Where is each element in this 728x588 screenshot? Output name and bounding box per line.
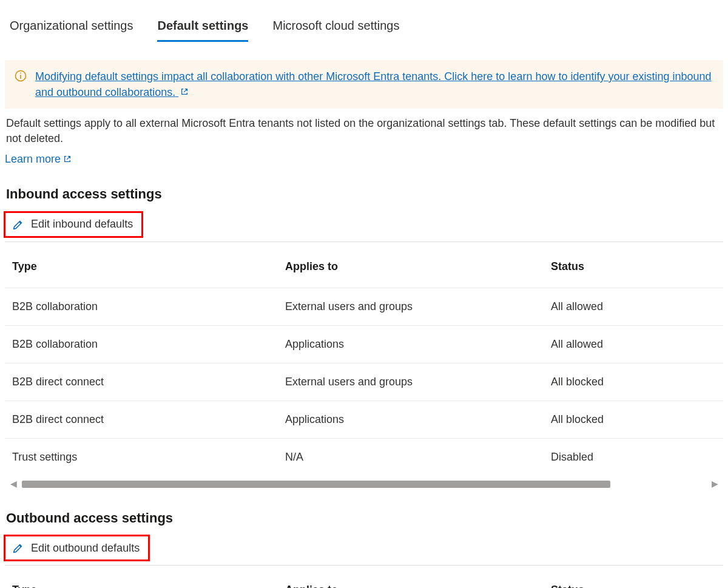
edit-outbound-defaults-button[interactable]: Edit outbound defaults: [4, 535, 150, 561]
cell-type: B2B direct connect: [5, 363, 278, 401]
cell-type: B2B direct connect: [5, 401, 278, 439]
cell-type: B2B collaboration: [5, 288, 278, 325]
column-header-applies-to[interactable]: Applies to: [278, 246, 544, 288]
edit-inbound-defaults-label: Edit inbound defaults: [31, 218, 133, 231]
edit-inbound-defaults-button[interactable]: Edit inbound defaults: [4, 211, 143, 238]
external-link-icon: [63, 155, 72, 163]
cell-applies-to: N/A: [278, 439, 544, 476]
outbound-heading: Outbound access settings: [5, 509, 723, 528]
svg-rect-1: [20, 73, 21, 74]
info-icon: [15, 70, 27, 82]
learn-more-link[interactable]: Learn more: [5, 152, 72, 167]
svg-rect-2: [20, 75, 21, 79]
scrollbar-thumb[interactable]: [22, 481, 610, 488]
pencil-icon: [12, 218, 25, 231]
cell-type: Trust settings: [5, 439, 278, 476]
table-header-row: Type Applies to Status: [5, 246, 723, 288]
inbound-heading: Inbound access settings: [5, 185, 723, 204]
column-header-status[interactable]: Status: [544, 246, 723, 288]
edit-outbound-defaults-label: Edit outbound defaults: [31, 542, 140, 555]
scrollbar-track[interactable]: [22, 481, 706, 488]
table-row: B2B direct connect Applications All bloc…: [5, 401, 723, 439]
column-header-type[interactable]: Type: [5, 246, 278, 288]
divider: [5, 242, 723, 242]
cell-status: All blocked: [544, 363, 723, 401]
info-banner-text: Modifying default settings impact all co…: [35, 70, 712, 98]
cell-status: Disabled: [544, 439, 723, 476]
column-header-status[interactable]: Status: [544, 569, 723, 588]
cell-applies-to: Applications: [278, 401, 544, 439]
learn-more-text: Learn more: [5, 152, 61, 167]
inbound-table: Type Applies to Status B2B collaboration…: [5, 246, 723, 476]
cell-status: All blocked: [544, 401, 723, 439]
info-banner: Modifying default settings impact all co…: [5, 60, 723, 109]
scroll-right-arrow-icon[interactable]: ▶: [710, 478, 720, 490]
table-row: B2B collaboration External users and gro…: [5, 288, 723, 325]
column-header-applies-to[interactable]: Applies to: [278, 569, 544, 588]
cell-applies-to: External users and groups: [278, 288, 544, 325]
divider: [5, 565, 723, 566]
outbound-table: Type Applies to Status: [5, 569, 723, 588]
cell-type: B2B collaboration: [5, 325, 278, 363]
table-row: Trust settings N/A Disabled: [5, 439, 723, 476]
table-row: B2B collaboration Applications All allow…: [5, 325, 723, 363]
default-settings-description: Default settings apply to all external M…: [5, 116, 723, 146]
external-link-icon: [180, 87, 189, 96]
scroll-left-arrow-icon[interactable]: ◀: [8, 478, 18, 490]
tab-organizational-settings[interactable]: Organizational settings: [10, 15, 133, 42]
tab-microsoft-cloud-settings[interactable]: Microsoft cloud settings: [272, 15, 399, 42]
table-header-row: Type Applies to Status: [5, 569, 723, 588]
pencil-icon: [12, 541, 25, 555]
cell-status: All allowed: [544, 325, 723, 363]
tab-row: Organizational settings Default settings…: [5, 15, 723, 46]
horizontal-scrollbar[interactable]: ◀ ▶: [8, 478, 720, 491]
cell-applies-to: Applications: [278, 325, 544, 363]
cell-status: All allowed: [544, 288, 723, 325]
cell-applies-to: External users and groups: [278, 363, 544, 401]
info-banner-link[interactable]: Modifying default settings impact all co…: [35, 69, 713, 100]
column-header-type[interactable]: Type: [5, 569, 278, 588]
tab-default-settings[interactable]: Default settings: [157, 15, 248, 42]
table-row: B2B direct connect External users and gr…: [5, 363, 723, 401]
